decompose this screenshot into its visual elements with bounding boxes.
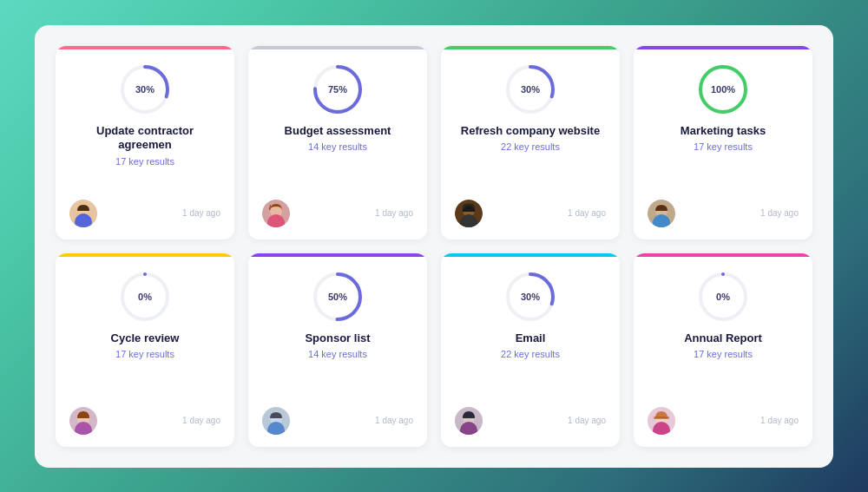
card-border: [441, 253, 620, 257]
card-footer: 1 day ago: [262, 407, 413, 435]
avatar: [262, 407, 290, 435]
progress-ring: 0%: [697, 271, 749, 323]
card-7[interactable]: 30% Email 22 key results 1 day ago: [441, 253, 620, 447]
progress-label: 0%: [138, 292, 152, 302]
main-container: 30% Update contractor agreemen 17 key re…: [35, 25, 833, 468]
cards-grid: 30% Update contractor agreemen 17 key re…: [56, 46, 812, 447]
timestamp: 1 day ago: [375, 416, 413, 425]
card-title: Annual Report: [684, 331, 762, 346]
card-footer: 1 day ago: [455, 407, 606, 435]
card-subtitle: 14 key results: [308, 141, 367, 152]
card-footer: 1 day ago: [69, 407, 220, 435]
svg-rect-39: [654, 417, 669, 419]
progress-ring: 50%: [312, 271, 364, 323]
avatar: [69, 407, 97, 435]
card-border: [248, 46, 427, 49]
progress-ring: 100%: [697, 63, 749, 115]
timestamp: 1 day ago: [182, 208, 220, 218]
card-footer: 1 day ago: [648, 200, 799, 227]
progress-label: 50%: [328, 292, 347, 302]
card-6[interactable]: 50% Sponsor list 14 key results 1 day ag…: [248, 253, 427, 447]
card-footer: 1 day ago: [648, 407, 799, 435]
card-footer: 1 day ago: [69, 200, 220, 227]
card-title: Budget assessment: [285, 124, 391, 139]
avatar: [455, 407, 483, 435]
card-8[interactable]: 0% Annual Report 17 key results 1 day ag…: [634, 253, 812, 447]
card-2[interactable]: 75% Budget assessment 14 key results 1 d…: [248, 46, 427, 239]
avatar: [262, 200, 290, 227]
progress-label: 30%: [521, 84, 540, 95]
card-subtitle: 22 key results: [501, 349, 560, 359]
card-title: Cycle review: [111, 331, 180, 346]
timestamp: 1 day ago: [760, 208, 799, 218]
card-border: [634, 46, 812, 49]
card-title: Email: [516, 331, 546, 346]
avatar: [648, 407, 675, 435]
card-border: [56, 253, 234, 257]
card-4[interactable]: 100% Marketing tasks 17 key results 1 da…: [634, 46, 812, 239]
progress-ring: 30%: [504, 63, 556, 115]
progress-ring: 75%: [312, 63, 364, 115]
timestamp: 1 day ago: [568, 416, 606, 425]
card-footer: 1 day ago: [262, 200, 413, 227]
card-subtitle: 17 key results: [115, 156, 174, 167]
timestamp: 1 day ago: [760, 416, 799, 425]
card-border: [56, 46, 234, 49]
card-5[interactable]: 0% Cycle review 17 key results 1 day ago: [56, 253, 234, 447]
timestamp: 1 day ago: [182, 416, 220, 425]
progress-ring: 30%: [504, 271, 556, 323]
progress-ring: 0%: [119, 271, 171, 323]
card-1[interactable]: 30% Update contractor agreemen 17 key re…: [56, 46, 234, 239]
progress-label: 30%: [521, 292, 540, 302]
card-title: Sponsor list: [305, 331, 370, 346]
card-title: Marketing tasks: [681, 124, 766, 139]
avatar: [455, 200, 483, 227]
card-subtitle: 17 key results: [115, 349, 174, 359]
card-title: Refresh company website: [461, 124, 600, 139]
avatar: [69, 200, 97, 227]
timestamp: 1 day ago: [375, 208, 413, 218]
progress-label: 0%: [716, 292, 730, 302]
card-subtitle: 14 key results: [308, 349, 367, 359]
card-3[interactable]: 30% Refresh company website 22 key resul…: [441, 46, 620, 239]
progress-label: 30%: [135, 84, 155, 95]
card-subtitle: 22 key results: [501, 141, 560, 152]
timestamp: 1 day ago: [568, 208, 606, 218]
card-title: Update contractor agreemen: [69, 124, 220, 154]
card-subtitle: 17 key results: [694, 141, 753, 152]
card-footer: 1 day ago: [455, 200, 606, 227]
card-border: [441, 46, 620, 49]
card-border: [634, 253, 812, 257]
avatar: [648, 200, 675, 227]
card-border: [248, 253, 427, 257]
progress-label: 75%: [328, 84, 347, 95]
progress-ring: 30%: [119, 63, 171, 115]
progress-label: 100%: [711, 84, 735, 95]
card-subtitle: 17 key results: [694, 349, 753, 359]
